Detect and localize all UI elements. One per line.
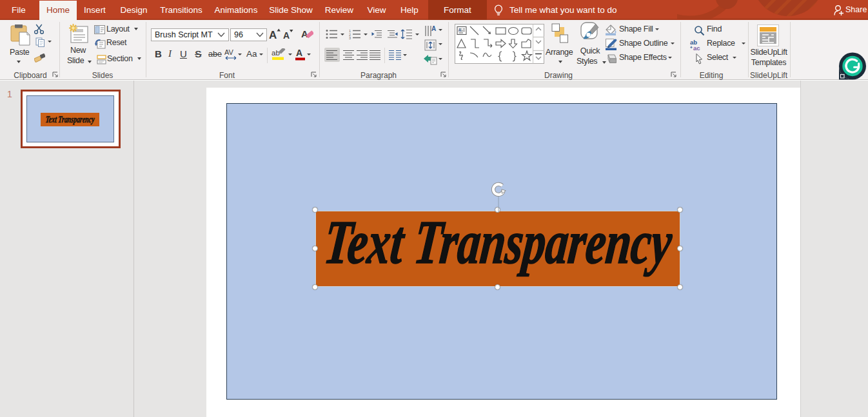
svg-text:A: A: [301, 28, 308, 39]
svg-text:3: 3: [349, 36, 351, 39]
svg-text:ac: ac: [693, 44, 700, 51]
svg-text:AV: AV: [224, 48, 234, 56]
svg-text:ab: ab: [271, 49, 280, 57]
svg-text:A: A: [459, 28, 462, 32]
svg-text:A: A: [283, 30, 290, 41]
svg-text:A: A: [269, 29, 277, 41]
svg-text:A: A: [431, 25, 436, 32]
svg-text:A: A: [296, 48, 302, 58]
